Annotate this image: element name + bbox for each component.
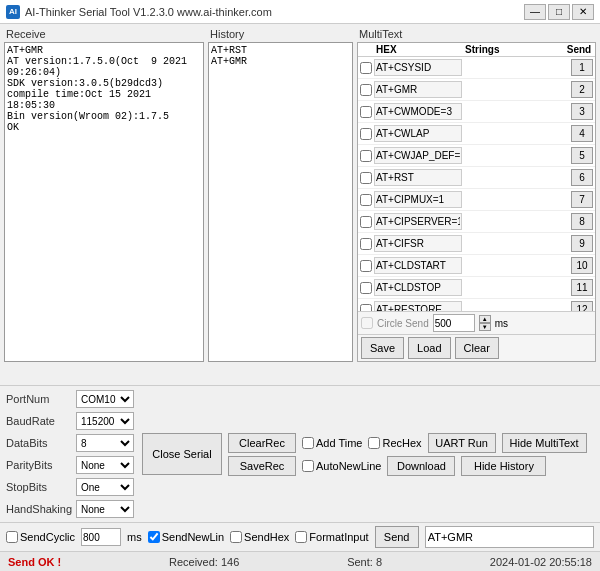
sendhex-checkbox[interactable] [230,531,242,543]
mt-action-row: Save Load Clear [358,334,595,361]
mt-row-send-btn-12[interactable]: 12 [571,301,593,311]
circle-send-row: Circle Send ▲ ▼ ms [358,311,595,334]
mt-row-checkbox-6[interactable] [360,172,372,184]
minimize-button[interactable]: — [524,4,546,20]
autonewline-label: AutoNewLine [302,460,381,472]
close-button[interactable]: ✕ [572,4,594,20]
mt-row-send-btn-9[interactable]: 9 [571,235,593,252]
circle-send-checkbox[interactable] [361,317,373,329]
rechex-checkbox[interactable] [368,437,380,449]
send-ok-status: Send OK ! [8,556,61,568]
mt-row-10: 10 [358,255,595,277]
mt-row-send-btn-2[interactable]: 2 [571,81,593,98]
clear-button[interactable]: Clear [455,337,499,359]
send-ms-label: ms [127,531,142,543]
mt-row-checkbox-10[interactable] [360,260,372,272]
window-controls: — □ ✕ [524,4,594,20]
addtime-checkbox[interactable] [302,437,314,449]
mt-row-12: 12 [358,299,595,311]
maximize-button[interactable]: □ [548,4,570,20]
ms-label: ms [495,318,508,329]
mt-row-send-btn-8[interactable]: 8 [571,213,593,230]
mt-row-send-btn-10[interactable]: 10 [571,257,593,274]
save-rec-btn[interactable]: SaveRec [228,456,296,476]
close-serial-btn[interactable]: Close Serial [142,433,222,475]
send-input[interactable] [425,526,594,548]
circle-send-label: Circle Send [377,318,429,329]
sendnewlin-checkbox[interactable] [148,531,160,543]
sent-status: Sent: 8 [347,556,382,568]
autonewline-checkbox[interactable] [302,460,314,472]
history-panel: History [208,28,353,381]
mt-row-send-btn-4[interactable]: 4 [571,125,593,142]
portnum-row: PortNum COM10 [6,389,136,409]
sendhex-label: SendHex [230,531,289,543]
mt-row-checkbox-4[interactable] [360,128,372,140]
baudrate-select[interactable]: 115200 [76,412,134,430]
stopbits-select[interactable]: One [76,478,134,496]
send-row: SendCyclic ms SendNewLin SendHex FormatI… [0,522,600,551]
send-btn[interactable]: Send [375,526,419,548]
portnum-select[interactable]: COM10 [76,390,134,408]
mt-row-5: 5 [358,145,595,167]
mt-row-send-btn-6[interactable]: 6 [571,169,593,186]
mt-row-input-7[interactable] [374,191,462,208]
mt-row-checkbox-2[interactable] [360,84,372,96]
timestamp-status: 2024-01-02 20:55:18 [490,556,592,568]
mt-row-send-btn-11[interactable]: 11 [571,279,593,296]
uart-run-btn[interactable]: UART Run [428,433,496,453]
mt-row-send-btn-5[interactable]: 5 [571,147,593,164]
mt-row-send-btn-7[interactable]: 7 [571,191,593,208]
receive-textarea[interactable] [4,42,204,362]
top-panels: Receive History MultiText HEX Strings Se… [0,24,600,385]
sendcyclic-checkbox[interactable] [6,531,18,543]
col-send: Send [565,44,593,55]
spin-down-btn[interactable]: ▼ [479,323,491,331]
mt-row-checkbox-12[interactable] [360,304,372,312]
mt-row-checkbox-7[interactable] [360,194,372,206]
multitext-label: MultiText [357,28,596,40]
circle-send-input[interactable] [433,314,475,332]
mt-row-input-2[interactable] [374,81,462,98]
mt-row-input-9[interactable] [374,235,462,252]
mt-row-input-5[interactable] [374,147,462,164]
mt-row-send-btn-1[interactable]: 1 [571,59,593,76]
mt-row-input-8[interactable] [374,213,462,230]
clear-rec-btn[interactable]: ClearRec [228,433,296,453]
receive-label: Receive [4,28,204,40]
hide-history-btn[interactable]: Hide History [461,456,546,476]
send-ms-input[interactable] [81,528,121,546]
mt-row-3: 3 [358,101,595,123]
mt-row-checkbox-9[interactable] [360,238,372,250]
mt-row-send-btn-3[interactable]: 3 [571,103,593,120]
mt-row-checkbox-11[interactable] [360,282,372,294]
handshaking-select[interactable]: None [76,500,134,518]
download-btn[interactable]: Download [387,456,455,476]
mt-row-input-12[interactable] [374,301,462,311]
mt-row-checkbox-8[interactable] [360,216,372,228]
hide-multitext-btn[interactable]: Hide MultiText [502,433,587,453]
paritybits-select[interactable]: None [76,456,134,474]
mt-row-input-11[interactable] [374,279,462,296]
databits-label: DataBits [6,437,76,449]
mt-row-checkbox-3[interactable] [360,106,372,118]
mt-row-6: 6 [358,167,595,189]
mt-row-input-4[interactable] [374,125,462,142]
mt-row-input-3[interactable] [374,103,462,120]
save-button[interactable]: Save [361,337,404,359]
mt-row-input-1[interactable] [374,59,462,76]
load-button[interactable]: Load [408,337,450,359]
formatinput-label: FormatInput [295,531,368,543]
formatinput-checkbox[interactable] [295,531,307,543]
mt-row-checkbox-5[interactable] [360,150,372,162]
spin-up-btn[interactable]: ▲ [479,315,491,323]
mt-row-input-6[interactable] [374,169,462,186]
history-textarea[interactable] [208,42,353,362]
left-settings: PortNum COM10 BaudRate 115200 DataBits 8… [6,389,136,519]
stopbits-row: StopBits One [6,477,136,497]
controls-row: PortNum COM10 BaudRate 115200 DataBits 8… [0,385,600,522]
app-icon: AI [6,5,20,19]
mt-row-input-10[interactable] [374,257,462,274]
databits-select[interactable]: 8 [76,434,134,452]
mt-row-checkbox-1[interactable] [360,62,372,74]
